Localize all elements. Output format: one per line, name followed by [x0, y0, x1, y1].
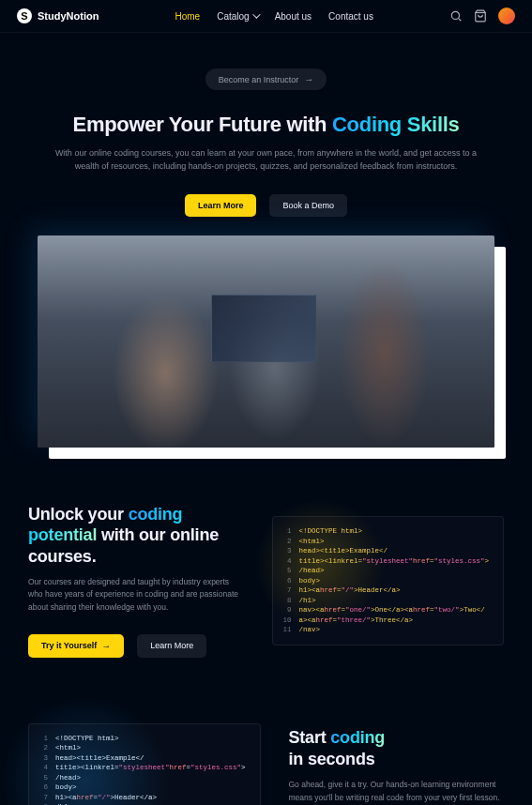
unlock-title-a: Unlock your	[28, 505, 129, 524]
nav-home[interactable]: Home	[175, 11, 200, 22]
nav-contact[interactable]: Contact us	[328, 11, 373, 22]
section-start-text: Start codingin seconds Go ahead, give it…	[289, 727, 505, 805]
learn-more-button-2[interactable]: Learn More	[137, 634, 206, 658]
hero-subtitle: With our online coding courses, you can …	[51, 146, 482, 174]
hero-title-b: Coding Skills	[332, 113, 459, 136]
code-line: 2<html>	[37, 743, 252, 753]
learn-more-button[interactable]: Learn More	[185, 194, 257, 217]
start-title-b: coding	[330, 728, 385, 747]
navbar: S StudyNotion Home Catalog About us Cont…	[0, 0, 532, 33]
book-demo-button[interactable]: Book a Demo	[269, 194, 347, 217]
section-start-body: Go ahead, give it a try. Our hands-on le…	[289, 779, 505, 803]
code-line: 3head><title>Example</	[281, 546, 496, 556]
brand-name: StudyNotion	[38, 10, 99, 22]
svg-line-1	[459, 19, 462, 22]
section-start-title: Start codingin seconds	[289, 727, 505, 769]
code-line: 6body>	[37, 782, 252, 793]
logo-icon: S	[17, 8, 32, 23]
code-block-1: 1<!DOCTYPE html>2<html>3head><title>Exam…	[272, 516, 505, 646]
chevron-down-icon	[252, 10, 260, 18]
brand-area[interactable]: S StudyNotion	[17, 8, 99, 23]
code-line: 7h1><ahref="/">Header</a>	[37, 793, 252, 803]
code-line: 8/h1>	[281, 596, 496, 606]
arrow-right-icon: →	[304, 74, 313, 84]
code-line: 1<!DOCTYPE html>	[37, 734, 252, 744]
code-line: 2<html>	[281, 537, 496, 547]
hero-title: Empower Your Future with Coding Skills	[28, 113, 504, 137]
code-line: 4title><linkrel="stylesheet"href="styles…	[37, 763, 252, 773]
start-title-c: in seconds	[289, 750, 375, 768]
code-line: 5/head>	[281, 566, 496, 576]
section-start: Start codingin seconds Go ahead, give it…	[0, 695, 532, 805]
arrow-right-icon: →	[101, 641, 111, 651]
nav-catalog[interactable]: Catalog	[217, 11, 257, 22]
code-line: 5/head>	[37, 773, 252, 783]
code-line: 3head><title>Example</	[37, 753, 252, 764]
instructor-btn-label: Become an Instructor	[219, 75, 299, 84]
hero-title-a: Empower Your Future with	[73, 113, 332, 136]
code-line: 9nav><ahref="one/">One</a><ahref="two/">…	[281, 605, 496, 615]
section-unlock-text: Unlock your coding potential with our on…	[28, 504, 244, 658]
code-block-2: 1<!DOCTYPE html>2<html>3head><title>Exam…	[28, 723, 261, 805]
section-unlock-btns: Try it Yourself → Learn More	[28, 634, 244, 658]
hero-image-wrap	[0, 235, 532, 476]
try-yourself-label: Try it Yourself	[41, 641, 97, 650]
hero-section: Become an Instructor → Empower Your Futu…	[0, 33, 532, 235]
code-line: 7h1><ahref="/">Header</a>	[281, 585, 496, 596]
code-line: 4title><linkrel="stylesheet"href="styles…	[281, 556, 496, 567]
code-line: 6body>	[281, 576, 496, 586]
code-line: 11/nav>	[281, 625, 496, 635]
section-unlock-body: Our courses are designed and taught by i…	[28, 576, 244, 614]
hero-image	[38, 235, 494, 448]
section-unlock: Unlock your coding potential with our on…	[0, 476, 532, 695]
nav-catalog-label: Catalog	[217, 11, 249, 22]
hero-cta-row: Learn More Book a Demo	[28, 194, 504, 217]
nav-about[interactable]: About us	[275, 11, 312, 22]
cart-icon[interactable]	[474, 9, 487, 23]
section-unlock-title: Unlock your coding potential with our on…	[28, 504, 244, 568]
become-instructor-button[interactable]: Become an Instructor →	[205, 68, 327, 90]
code-line: 10a><ahref="three/">Three</a>	[281, 615, 496, 626]
try-yourself-button[interactable]: Try it Yourself →	[28, 634, 124, 658]
start-title-a: Start	[289, 728, 331, 747]
code-line: 1<!DOCTYPE html>	[281, 526, 496, 537]
nav-links: Home Catalog About us Contact us	[175, 11, 372, 22]
search-icon[interactable]	[449, 9, 463, 23]
avatar[interactable]	[498, 8, 515, 24]
nav-actions	[449, 8, 515, 24]
svg-point-0	[451, 11, 459, 19]
